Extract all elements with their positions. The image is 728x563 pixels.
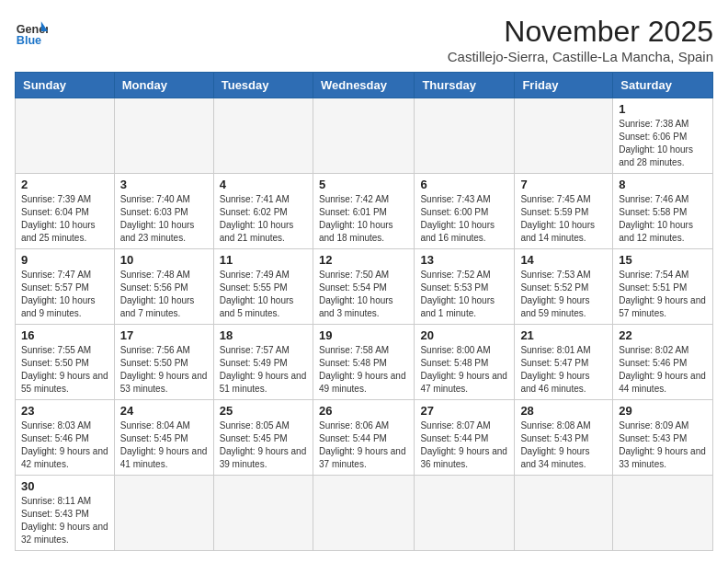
day-number: 15 <box>619 253 707 267</box>
calendar-week-row: 30Sunrise: 8:11 AM Sunset: 5:43 PM Dayli… <box>16 476 713 551</box>
calendar-day-cell: 14Sunrise: 7:53 AM Sunset: 5:52 PM Dayli… <box>515 249 613 325</box>
day-info: Sunrise: 7:48 AM Sunset: 5:56 PM Dayligh… <box>120 269 208 320</box>
svg-text:Blue: Blue <box>17 34 41 47</box>
calendar-table: SundayMondayTuesdayWednesdayThursdayFrid… <box>15 72 713 551</box>
title-area: November 2025 Castillejo-Sierra, Castill… <box>448 15 713 64</box>
calendar-day-cell <box>515 476 613 551</box>
day-number: 9 <box>21 253 108 267</box>
calendar-day-cell <box>213 476 313 551</box>
day-number: 30 <box>21 479 108 493</box>
day-info: Sunrise: 7:42 AM Sunset: 6:01 PM Dayligh… <box>319 193 408 245</box>
calendar-day-cell <box>114 476 213 551</box>
calendar-day-cell: 19Sunrise: 7:58 AM Sunset: 5:48 PM Dayli… <box>313 325 414 400</box>
day-number: 17 <box>120 328 208 342</box>
calendar-day-cell: 3Sunrise: 7:40 AM Sunset: 6:03 PM Daylig… <box>114 174 213 249</box>
day-number: 2 <box>21 178 108 191</box>
day-number: 13 <box>420 253 508 267</box>
calendar-day-cell: 28Sunrise: 8:08 AM Sunset: 5:43 PM Dayli… <box>515 400 613 476</box>
calendar-week-row: 1Sunrise: 7:38 AM Sunset: 6:06 PM Daylig… <box>16 98 713 174</box>
day-number: 20 <box>420 328 508 342</box>
calendar-day-cell: 23Sunrise: 8:03 AM Sunset: 5:46 PM Dayli… <box>16 400 115 476</box>
day-info: Sunrise: 8:03 AM Sunset: 5:46 PM Dayligh… <box>21 419 108 471</box>
day-number: 11 <box>220 253 307 267</box>
day-info: Sunrise: 7:38 AM Sunset: 6:06 PM Dayligh… <box>619 118 707 169</box>
calendar-day-cell: 20Sunrise: 8:00 AM Sunset: 5:48 PM Dayli… <box>415 325 515 400</box>
calendar-day-cell: 24Sunrise: 8:04 AM Sunset: 5:45 PM Dayli… <box>114 400 213 476</box>
day-number: 1 <box>619 102 707 116</box>
calendar-day-cell: 22Sunrise: 8:02 AM Sunset: 5:46 PM Dayli… <box>613 325 713 400</box>
day-info: Sunrise: 8:07 AM Sunset: 5:44 PM Dayligh… <box>420 419 508 471</box>
day-info: Sunrise: 7:40 AM Sunset: 6:03 PM Dayligh… <box>120 193 208 245</box>
day-number: 19 <box>319 328 408 342</box>
day-info: Sunrise: 7:54 AM Sunset: 5:51 PM Dayligh… <box>619 269 707 320</box>
day-number: 10 <box>120 253 208 267</box>
calendar-day-cell <box>613 476 713 551</box>
calendar-day-cell: 17Sunrise: 7:56 AM Sunset: 5:50 PM Dayli… <box>114 325 213 400</box>
calendar-day-cell: 9Sunrise: 7:47 AM Sunset: 5:57 PM Daylig… <box>16 249 115 325</box>
day-info: Sunrise: 8:08 AM Sunset: 5:43 PM Dayligh… <box>520 419 607 471</box>
calendar-day-cell <box>213 98 313 174</box>
weekday-header-row: SundayMondayTuesdayWednesdayThursdayFrid… <box>16 73 713 98</box>
day-info: Sunrise: 8:09 AM Sunset: 5:43 PM Dayligh… <box>619 419 707 471</box>
day-number: 6 <box>420 178 508 191</box>
calendar-day-cell: 30Sunrise: 8:11 AM Sunset: 5:43 PM Dayli… <box>16 476 115 551</box>
day-info: Sunrise: 8:04 AM Sunset: 5:45 PM Dayligh… <box>120 419 208 471</box>
day-info: Sunrise: 7:43 AM Sunset: 6:00 PM Dayligh… <box>420 193 508 245</box>
day-number: 12 <box>319 253 408 267</box>
day-number: 8 <box>619 178 707 191</box>
calendar-day-cell <box>415 98 515 174</box>
calendar-day-cell: 8Sunrise: 7:46 AM Sunset: 5:58 PM Daylig… <box>613 174 713 249</box>
calendar-week-row: 16Sunrise: 7:55 AM Sunset: 5:50 PM Dayli… <box>16 325 713 400</box>
day-info: Sunrise: 7:39 AM Sunset: 6:04 PM Dayligh… <box>21 193 108 245</box>
day-info: Sunrise: 7:55 AM Sunset: 5:50 PM Dayligh… <box>21 344 108 396</box>
day-info: Sunrise: 8:01 AM Sunset: 5:47 PM Dayligh… <box>520 344 607 396</box>
day-number: 26 <box>319 404 408 418</box>
day-number: 29 <box>619 404 707 418</box>
day-number: 3 <box>120 178 208 191</box>
calendar-day-cell <box>313 98 414 174</box>
calendar-week-row: 9Sunrise: 7:47 AM Sunset: 5:57 PM Daylig… <box>16 249 713 325</box>
calendar-day-cell: 6Sunrise: 7:43 AM Sunset: 6:00 PM Daylig… <box>415 174 515 249</box>
day-number: 24 <box>120 404 208 418</box>
location-title: Castillejo-Sierra, Castille-La Mancha, S… <box>448 49 713 64</box>
calendar-day-cell: 21Sunrise: 8:01 AM Sunset: 5:47 PM Dayli… <box>515 325 613 400</box>
day-number: 18 <box>220 328 307 342</box>
month-title: November 2025 <box>448 15 713 49</box>
day-info: Sunrise: 8:06 AM Sunset: 5:44 PM Dayligh… <box>319 419 408 471</box>
day-number: 25 <box>220 404 307 418</box>
day-info: Sunrise: 7:41 AM Sunset: 6:02 PM Dayligh… <box>220 193 307 245</box>
calendar-week-row: 23Sunrise: 8:03 AM Sunset: 5:46 PM Dayli… <box>16 400 713 476</box>
day-number: 4 <box>220 178 307 191</box>
day-number: 16 <box>21 328 108 342</box>
day-info: Sunrise: 8:05 AM Sunset: 5:45 PM Dayligh… <box>220 419 307 471</box>
day-number: 7 <box>520 178 607 191</box>
calendar-day-cell <box>16 98 115 174</box>
calendar-day-cell: 11Sunrise: 7:49 AM Sunset: 5:55 PM Dayli… <box>213 249 313 325</box>
calendar-day-cell <box>415 476 515 551</box>
weekday-header-thursday: Thursday <box>415 73 515 98</box>
weekday-header-saturday: Saturday <box>613 73 713 98</box>
calendar-day-cell: 29Sunrise: 8:09 AM Sunset: 5:43 PM Dayli… <box>613 400 713 476</box>
calendar-day-cell <box>515 98 613 174</box>
calendar-day-cell: 16Sunrise: 7:55 AM Sunset: 5:50 PM Dayli… <box>16 325 115 400</box>
day-info: Sunrise: 7:53 AM Sunset: 5:52 PM Dayligh… <box>520 269 607 320</box>
calendar-day-cell: 4Sunrise: 7:41 AM Sunset: 6:02 PM Daylig… <box>213 174 313 249</box>
calendar-day-cell: 18Sunrise: 7:57 AM Sunset: 5:49 PM Dayli… <box>213 325 313 400</box>
logo-icon: General Blue <box>15 15 48 48</box>
calendar-day-cell: 26Sunrise: 8:06 AM Sunset: 5:44 PM Dayli… <box>313 400 414 476</box>
calendar-day-cell: 27Sunrise: 8:07 AM Sunset: 5:44 PM Dayli… <box>415 400 515 476</box>
calendar-day-cell: 1Sunrise: 7:38 AM Sunset: 6:06 PM Daylig… <box>613 98 713 174</box>
day-info: Sunrise: 8:11 AM Sunset: 5:43 PM Dayligh… <box>21 495 108 546</box>
logo: General Blue <box>15 15 48 48</box>
day-info: Sunrise: 7:57 AM Sunset: 5:49 PM Dayligh… <box>220 344 307 396</box>
day-info: Sunrise: 8:02 AM Sunset: 5:46 PM Dayligh… <box>619 344 707 396</box>
calendar-day-cell: 25Sunrise: 8:05 AM Sunset: 5:45 PM Dayli… <box>213 400 313 476</box>
calendar-day-cell: 15Sunrise: 7:54 AM Sunset: 5:51 PM Dayli… <box>613 249 713 325</box>
calendar-week-row: 2Sunrise: 7:39 AM Sunset: 6:04 PM Daylig… <box>16 174 713 249</box>
day-info: Sunrise: 8:00 AM Sunset: 5:48 PM Dayligh… <box>420 344 508 396</box>
calendar-day-cell: 7Sunrise: 7:45 AM Sunset: 5:59 PM Daylig… <box>515 174 613 249</box>
calendar-day-cell: 5Sunrise: 7:42 AM Sunset: 6:01 PM Daylig… <box>313 174 414 249</box>
weekday-header-sunday: Sunday <box>16 73 115 98</box>
day-number: 14 <box>520 253 607 267</box>
weekday-header-tuesday: Tuesday <box>213 73 313 98</box>
